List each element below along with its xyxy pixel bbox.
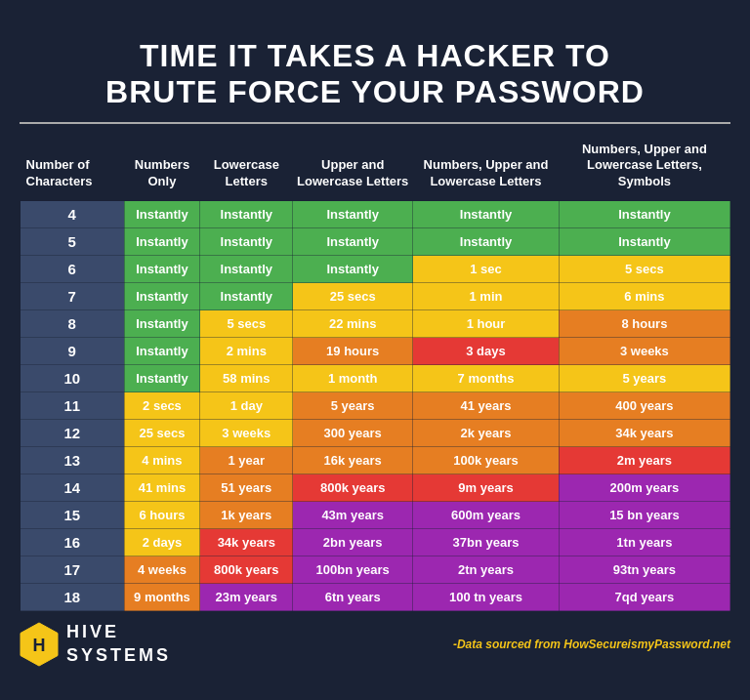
row-chars: 9 xyxy=(21,338,125,365)
svg-text:H: H xyxy=(33,636,46,655)
row-value: 2m years xyxy=(559,447,729,474)
row-value: 5 years xyxy=(293,392,413,420)
row-value: Instantly xyxy=(124,310,200,338)
password-table: Number of Characters Numbers Only Lowerc… xyxy=(20,136,730,612)
row-value: Instantly xyxy=(200,228,293,256)
row-value: Instantly xyxy=(200,283,293,310)
row-value: 15 bn years xyxy=(559,502,729,529)
row-value: 25 secs xyxy=(293,283,413,310)
row-value: Instantly xyxy=(413,201,560,228)
row-value: Instantly xyxy=(124,365,200,392)
row-value: 19 hours xyxy=(293,338,413,365)
col-header-num-upper-lower: Numbers, Upper and Lowercase Letters xyxy=(413,136,560,201)
row-value: 100k years xyxy=(413,447,560,474)
row-chars: 10 xyxy=(21,365,125,392)
col-header-numbers: Numbers Only xyxy=(124,136,200,201)
row-value: 6tn years xyxy=(293,584,413,611)
row-value: 93tn years xyxy=(559,556,729,584)
row-value: 100bn years xyxy=(293,556,413,584)
row-chars: 11 xyxy=(21,392,125,420)
row-value: 3 days xyxy=(413,338,560,365)
row-value: Instantly xyxy=(293,256,413,283)
row-value: 7 months xyxy=(413,365,560,392)
row-chars: 8 xyxy=(21,310,125,338)
logo-text: HIVE SYSTEMS xyxy=(66,621,171,667)
row-value: 2 mins xyxy=(200,338,293,365)
row-value: 58 mins xyxy=(200,365,293,392)
row-value: Instantly xyxy=(124,283,200,310)
row-value: 23m years xyxy=(200,584,293,611)
row-value: Instantly xyxy=(559,228,729,256)
row-chars: 14 xyxy=(21,474,125,502)
row-value: 41 mins xyxy=(124,474,200,502)
page-title: TIME IT TAKES A HACKER TO BRUTE FORCE YO… xyxy=(20,38,730,110)
col-header-lower: Lowercase Letters xyxy=(200,136,293,201)
title-divider xyxy=(20,122,730,124)
row-value: 1k years xyxy=(200,502,293,529)
row-value: 5 years xyxy=(559,365,729,392)
row-value: Instantly xyxy=(124,201,200,228)
row-value: 3 weeks xyxy=(559,338,729,365)
row-value: 3 weeks xyxy=(200,420,293,447)
row-value: 9m years xyxy=(413,474,560,502)
row-value: 43m years xyxy=(293,502,413,529)
row-value: Instantly xyxy=(124,338,200,365)
col-header-upper-lower: Upper and Lowercase Letters xyxy=(293,136,413,201)
row-value: 200m years xyxy=(559,474,729,502)
row-value: 5 secs xyxy=(559,256,729,283)
row-value: 100 tn years xyxy=(413,584,560,611)
row-value: 800k years xyxy=(293,474,413,502)
row-value: 2bn years xyxy=(293,529,413,556)
row-value: 9 months xyxy=(124,584,200,611)
row-value: 4 mins xyxy=(124,447,200,474)
row-chars: 15 xyxy=(21,502,125,529)
row-chars: 7 xyxy=(21,283,125,310)
row-value: 1 hour xyxy=(413,310,560,338)
row-value: 8 hours xyxy=(559,310,729,338)
data-source: -Data sourced from HowSecureismyPassword… xyxy=(453,638,730,651)
row-value: Instantly xyxy=(124,256,200,283)
row-value: 600m years xyxy=(413,502,560,529)
row-value: 34k years xyxy=(200,529,293,556)
row-value: 16k years xyxy=(293,447,413,474)
row-chars: 17 xyxy=(21,556,125,584)
row-value: 400 years xyxy=(559,392,729,420)
row-chars: 4 xyxy=(21,201,125,228)
row-value: Instantly xyxy=(124,228,200,256)
logo: H HIVE SYSTEMS xyxy=(20,621,171,667)
row-value: Instantly xyxy=(413,228,560,256)
row-value: 4 weeks xyxy=(124,556,200,584)
col-header-all: Numbers, Upper and Lowercase Letters, Sy… xyxy=(559,136,729,201)
row-value: Instantly xyxy=(200,201,293,228)
row-value: 2 secs xyxy=(124,392,200,420)
row-value: Instantly xyxy=(293,201,413,228)
row-value: 5 secs xyxy=(200,310,293,338)
row-value: 7qd years xyxy=(559,584,729,611)
row-value: 2k years xyxy=(413,420,560,447)
logo-icon: H xyxy=(20,622,59,667)
col-header-chars: Number of Characters xyxy=(21,136,125,201)
row-value: 1 sec xyxy=(413,256,560,283)
row-value: 2 days xyxy=(124,529,200,556)
row-value: 37bn years xyxy=(413,529,560,556)
row-value: 1tn years xyxy=(559,529,729,556)
row-chars: 18 xyxy=(21,584,125,611)
row-value: 1 year xyxy=(200,447,293,474)
row-chars: 12 xyxy=(21,420,125,447)
row-chars: 5 xyxy=(21,228,125,256)
row-value: 1 month xyxy=(293,365,413,392)
row-value: Instantly xyxy=(200,256,293,283)
row-value: 1 day xyxy=(200,392,293,420)
row-value: Instantly xyxy=(559,201,729,228)
row-chars: 6 xyxy=(21,256,125,283)
row-value: 51 years xyxy=(200,474,293,502)
row-value: 25 secs xyxy=(124,420,200,447)
row-value: 6 hours xyxy=(124,502,200,529)
row-chars: 16 xyxy=(21,529,125,556)
row-value: 41 years xyxy=(413,392,560,420)
row-chars: 13 xyxy=(21,447,125,474)
row-value: 300 years xyxy=(293,420,413,447)
row-value: 22 mins xyxy=(293,310,413,338)
row-value: 6 mins xyxy=(559,283,729,310)
row-value: 2tn years xyxy=(413,556,560,584)
